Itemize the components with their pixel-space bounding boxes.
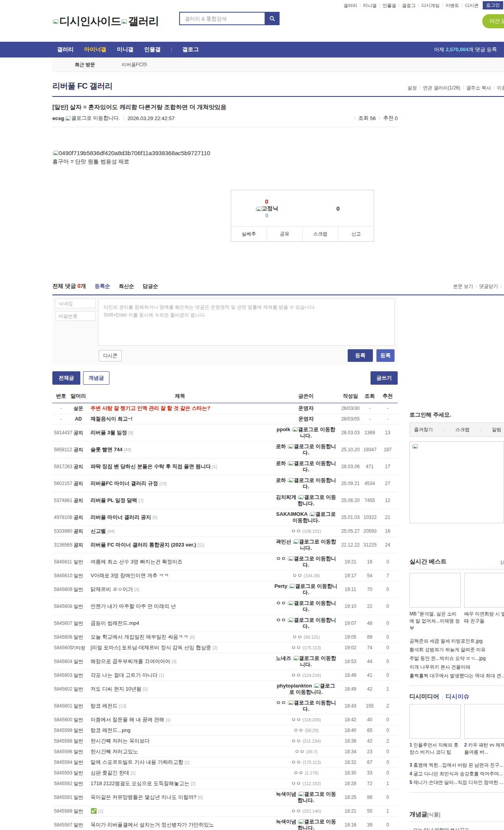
post-link[interactable]: 각포 나는 절대 고트가 아니다 — [91, 672, 158, 678]
realtime-pager[interactable]: 1/ — [500, 560, 504, 565]
comment-submit-button-secondary[interactable]: 등록 — [376, 349, 395, 362]
nav-item[interactable]: 인물갤 — [144, 46, 161, 53]
post-link[interactable]: 파딱 징집 밴 당하신 분들은 수락 후 직접 풀면 됩니다 — [91, 463, 211, 469]
thumbnail[interactable] — [410, 573, 461, 608]
concept-title[interactable]: 개념글 — [410, 811, 427, 817]
post-link[interactable]: 리버풀 FC 마이너 갤러리 통합공지 (2023 ver.) — [91, 542, 196, 548]
post-link[interactable]: 욱이가 리버풀갤에서 설치는거 정신병자가 가만히있노 — [91, 822, 214, 828]
post-link[interactable]: 리버풀FC 마이너 갤러리 규정 — [91, 480, 158, 486]
sidebar-tab[interactable]: 스크랩 — [456, 426, 470, 433]
post-link[interactable]: 리버풀 3월 일정 — [91, 430, 127, 435]
thumbnail-item[interactable]: 배우 이연희랑 시 말했을때 친구들 — [464, 573, 504, 632]
author[interactable]: 노네즈 갤로그로 이동합니다. — [276, 655, 336, 667]
post-link[interactable]: 한시간째 저러는 욱이보다 — [91, 738, 150, 744]
comment-sort[interactable]: 최신순 — [119, 283, 134, 290]
dcmedia-title[interactable]: 디시미디어 — [410, 693, 439, 700]
author[interactable]: ㅇㅇ 갤로그로 이동합니다. — [276, 700, 336, 712]
comment-submit-button[interactable]: 등록 — [348, 349, 373, 362]
vote-action-button[interactable]: 실베추 — [231, 227, 267, 241]
nav-item[interactable]: 미니갤 — [117, 46, 133, 53]
list-item[interactable]: 황석희 성범죄가 뒤늦게 알려준 이유 — [410, 645, 504, 654]
author[interactable]: ㅇㅇ 갤로그로 이동합니다. — [276, 617, 336, 629]
thumbnail-item[interactable]: MB "윤석열, 싫은 소리에 말 없어져...이재명 정부 — [410, 573, 461, 632]
vote-action-button[interactable]: 신고 — [338, 227, 374, 241]
topbar-link[interactable]: 디시콘 — [465, 3, 479, 8]
password-field[interactable] — [56, 311, 96, 321]
topbar-link[interactable]: 갤로그 — [402, 3, 416, 8]
gallery-header-link[interactable]: 갤주소 복사 — [466, 85, 491, 91]
thumbnail[interactable] — [464, 704, 504, 739]
fixed-nick-button[interactable]: 고정닉 — [256, 205, 278, 212]
gallery-header-link[interactable]: 이용안내 — [497, 85, 504, 91]
author[interactable]: 곽민선 갤로그로 이동합니다. — [276, 539, 336, 551]
post-link[interactable]: 이쯤에서 질문을 해 내 꿈에 관해 — [91, 717, 164, 723]
comment-header-link[interactable]: 댓글닫기 — [479, 283, 498, 290]
list-item[interactable]: 4굴고 다니던 최민식과 송강호를 먹어주며... — [410, 769, 504, 778]
nav-item[interactable]: 갤로그 — [182, 46, 199, 53]
post-link[interactable]: [리얼 토마스] 토트넘-데제르비 정식 감독 선임 협상중 — [91, 645, 211, 650]
post-link[interactable]: 제철음식이 최고~! — [91, 416, 133, 422]
post-link[interactable]: 슬롯 빨면 744 — [91, 446, 122, 452]
dccon-button[interactable]: 디시콘 — [99, 350, 122, 361]
login-button[interactable]: 로그인 — [483, 1, 504, 9]
post-link[interactable]: 콥등이 씹레전드.mp4 — [91, 620, 139, 626]
list-item[interactable]: 이게 나무위키 본사 건물이래 — [410, 663, 504, 671]
post-link[interactable]: 리버풀 마이너 갤러리 공지 — [91, 514, 151, 520]
author[interactable]: Perty 갤로그로 이동합니다. — [274, 583, 337, 595]
post-link[interactable]: 저도 디씨 헌지 10년됨 — [91, 686, 141, 692]
comment-sort[interactable]: 답글순 — [143, 283, 158, 290]
post-link[interactable]: 언젠가 내가 마주할 아주 먼 미래의 넌 — [91, 603, 176, 609]
author[interactable]: phytoplankton 갤로그로 이동합니다. — [277, 683, 335, 695]
thumbnail[interactable] — [464, 573, 504, 608]
nickname-field[interactable] — [56, 298, 96, 308]
search-input[interactable] — [179, 12, 265, 25]
author[interactable]: ㅇㅇ 갤로그로 이동합니다. — [276, 600, 336, 612]
post-link[interactable]: 여름에 최소 선수 3명 빠지는건 확정이죠 — [91, 559, 182, 565]
vote-action-button[interactable]: 공유 — [267, 227, 302, 241]
topbar-link[interactable]: 이벤트 — [446, 3, 460, 8]
author[interactable]: 김치찌게 갤로그로 이동합니다. — [276, 494, 336, 506]
search-button[interactable] — [265, 12, 280, 25]
post-link[interactable]: 랑코 레전드...png — [91, 727, 130, 733]
comment-textarea[interactable]: 타인의 권리를 침해하거나 명예를 훼손하는 댓글은 운영원칙 및 관련 법률에… — [98, 298, 395, 346]
post-link[interactable]: 해장으로 콥두부찌개를 끄여어어어 — [91, 658, 170, 664]
post-link[interactable]: V아래로 3명 장애인이면 개추 ㅋㅋ — [91, 572, 169, 578]
dcissue-title[interactable]: 디시이슈 — [446, 693, 469, 700]
list-item[interactable]: 훌쩍훌쩍 대구에서 발생했다는 역대 최대 견... — [410, 671, 504, 680]
site-logo[interactable]: 디시인사이드 갤러리 — [52, 14, 159, 28]
author[interactable]: 로하 갤로그로 이동합니다. — [276, 443, 336, 456]
night-mode-toggle[interactable]: 야간 모드 — [482, 14, 504, 28]
comment-sort[interactable]: 등록순 — [95, 283, 110, 290]
post-link[interactable]: 1718 2122챔결도 오심으로 도둑질해놓고는 — [91, 780, 189, 786]
gallery-header-link[interactable]: 설정 — [408, 85, 417, 91]
post-link[interactable]: 랑코 레전드 — [91, 703, 118, 709]
author[interactable]: 녹색이념 갤로그로 이동합니다. — [276, 819, 336, 830]
tab-best-posts[interactable]: 개념글 — [83, 371, 109, 385]
gallog-link[interactable]: 갤로그로 이동합니다. — [71, 115, 120, 122]
post-link[interactable]: 한시간째 저러고있노 — [91, 748, 138, 754]
list-item[interactable]: 3홈캠에 찍힌...집에서 바람 핀 남편과 친구... — [410, 761, 504, 769]
post-link[interactable]: 밑에 스포르트빌트 기사 내용 가짜라고함 — [91, 759, 183, 765]
topbar-link[interactable]: 인물갤 — [383, 3, 397, 8]
tab-all-posts[interactable]: 전체글 — [52, 371, 80, 385]
breadcrumb-gallery-link[interactable]: 리버풀FCⓜ — [122, 61, 147, 68]
post-link[interactable]: 주변 사람 잘 챙기고 인맥 관리 잘 할 것 같은 스타는? — [91, 405, 210, 411]
author[interactable]: ppolk 갤로그로 이동합니다. — [277, 426, 335, 439]
thumbnail[interactable] — [410, 704, 461, 739]
post-link[interactable]: 오늘 학교에서 개집일진 애우일진 싸움ㅋㅋ — [91, 634, 188, 640]
list-item[interactable]: 공혁준의 세금 절세 리빙포인트.jpg — [410, 637, 504, 645]
post-link[interactable]: 닭제르비 ㄹㅇ이가 — [91, 586, 133, 592]
sidebar-tab[interactable]: 알림 — [492, 426, 502, 433]
nav-item[interactable]: 마이너갤 — [84, 46, 106, 53]
post-link[interactable]: 신고벨 — [91, 528, 106, 534]
sidebar-banner[interactable] — [410, 441, 504, 523]
list-item[interactable]: 5제니가 손대면 달라...직접 디자인 참여한 ... — [410, 778, 504, 787]
list-item[interactable]: 오늘 만난 매형랑 부산꾼가 ... — [410, 826, 504, 830]
gallery-header-link[interactable]: 연관 갤러리(1/26) — [423, 85, 460, 91]
post-author[interactable]: ecsg — [52, 115, 64, 121]
topbar-link[interactable]: 미니갤 — [363, 3, 377, 8]
sidebar-tab[interactable]: 즐겨찾기 — [414, 426, 433, 433]
nav-item[interactable]: 갤러리 — [57, 46, 74, 53]
post-link[interactable]: 욱이같은 커뮤망령들은 몇십년 지나도 이럴까? — [91, 794, 196, 800]
post-link[interactable]: ✅ — [91, 808, 97, 814]
